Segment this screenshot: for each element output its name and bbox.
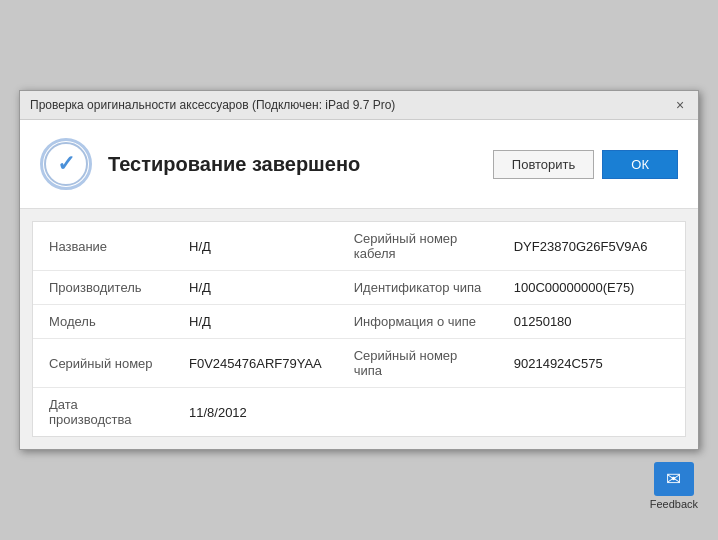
label-col1: Серийный номер xyxy=(33,339,173,388)
feedback-label: Feedback xyxy=(650,498,698,510)
value-col2: 90214924C575 xyxy=(498,339,685,388)
close-button[interactable]: × xyxy=(672,97,688,113)
value-col1: F0V245476ARF79YAA xyxy=(173,339,338,388)
value-col2: DYF23870G26F5V9A6 xyxy=(498,222,685,271)
info-section: НазваниеН/ДСерийный номер кабеляDYF23870… xyxy=(32,221,686,437)
label-col2: Серийный номер чипа xyxy=(338,339,498,388)
info-table: НазваниеН/ДСерийный номер кабеляDYF23870… xyxy=(33,222,685,436)
checkmark-symbol: ✓ xyxy=(57,151,75,177)
table-row: Дата производства11/8/2012 xyxy=(33,388,685,437)
main-window: Проверка оригинальности аксессуаров (Под… xyxy=(19,90,699,450)
check-icon: ✓ xyxy=(40,138,92,190)
value-col2: 01250180 xyxy=(498,305,685,339)
label-col1: Производитель xyxy=(33,271,173,305)
value-col1: Н/Д xyxy=(173,222,338,271)
label-col1: Модель xyxy=(33,305,173,339)
value-col2: 100C00000000(E75) xyxy=(498,271,685,305)
label-col2: Идентификатор чипа xyxy=(338,271,498,305)
table-row: Серийный номерF0V245476ARF79YAAСерийный … xyxy=(33,339,685,388)
value-col1: Н/Д xyxy=(173,305,338,339)
value-col1: 11/8/2012 xyxy=(173,388,338,437)
table-row: НазваниеН/ДСерийный номер кабеляDYF23870… xyxy=(33,222,685,271)
header-title: Тестирование завершено xyxy=(108,153,477,176)
feedback-button[interactable]: Feedback xyxy=(650,462,698,510)
window-title: Проверка оригинальности аксессуаров (Под… xyxy=(30,98,395,112)
title-bar: Проверка оригинальности аксессуаров (Под… xyxy=(20,91,698,120)
label-col2: Информация о чипе xyxy=(338,305,498,339)
label-col1: Название xyxy=(33,222,173,271)
label-col1: Дата производства xyxy=(33,388,173,437)
feedback-icon xyxy=(654,462,694,496)
value-col2 xyxy=(498,388,685,437)
label-col2: Серийный номер кабеля xyxy=(338,222,498,271)
table-row: ПроизводительН/ДИдентификатор чипа100C00… xyxy=(33,271,685,305)
ok-button[interactable]: ОК xyxy=(602,150,678,179)
header-section: ✓ Тестирование завершено Повторить ОК xyxy=(20,120,698,209)
label-col2 xyxy=(338,388,498,437)
header-buttons: Повторить ОК xyxy=(493,150,678,179)
value-col1: Н/Д xyxy=(173,271,338,305)
table-row: МодельН/ДИнформация о чипе01250180 xyxy=(33,305,685,339)
retry-button[interactable]: Повторить xyxy=(493,150,594,179)
